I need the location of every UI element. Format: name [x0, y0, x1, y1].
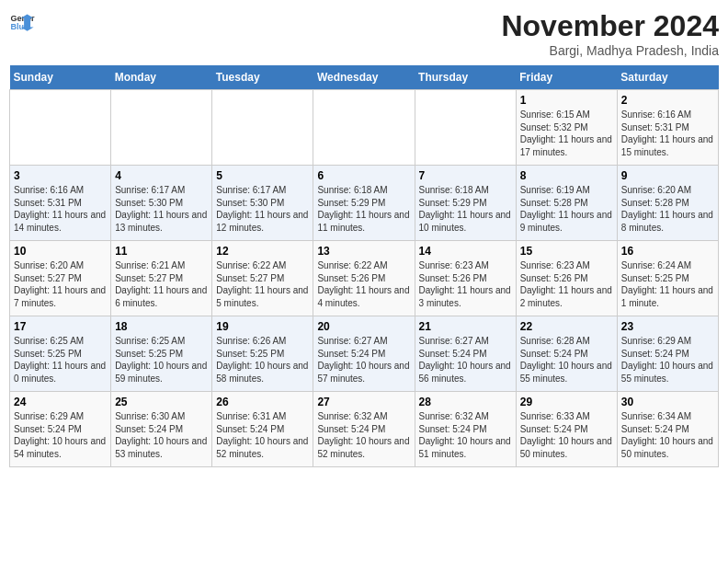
day-info: Sunrise: 6:21 AM Sunset: 5:27 PM Dayligh…	[115, 259, 208, 309]
weekday-header-monday: Monday	[111, 65, 212, 90]
day-info: Sunrise: 6:18 AM Sunset: 5:29 PM Dayligh…	[317, 184, 410, 234]
day-info: Sunrise: 6:34 AM Sunset: 5:24 PM Dayligh…	[621, 410, 714, 460]
day-info: Sunrise: 6:27 AM Sunset: 5:24 PM Dayligh…	[419, 335, 512, 385]
calendar-cell: 14Sunrise: 6:23 AM Sunset: 5:26 PM Dayli…	[415, 241, 516, 316]
calendar-cell	[212, 90, 313, 166]
day-info: Sunrise: 6:15 AM Sunset: 5:32 PM Dayligh…	[520, 109, 613, 158]
day-info: Sunrise: 6:23 AM Sunset: 5:26 PM Dayligh…	[419, 259, 512, 309]
day-number: 26	[216, 396, 309, 408]
calendar-cell: 29Sunrise: 6:33 AM Sunset: 5:24 PM Dayli…	[516, 392, 617, 467]
calendar-week-1: 1Sunrise: 6:15 AM Sunset: 5:32 PM Daylig…	[10, 90, 719, 166]
day-info: Sunrise: 6:29 AM Sunset: 5:24 PM Dayligh…	[14, 410, 107, 460]
calendar-cell: 11Sunrise: 6:21 AM Sunset: 5:27 PM Dayli…	[111, 241, 212, 316]
day-number: 22	[520, 320, 613, 333]
day-number: 14	[419, 245, 512, 258]
day-info: Sunrise: 6:32 AM Sunset: 5:24 PM Dayligh…	[317, 410, 410, 460]
weekday-header-saturday: Saturday	[617, 65, 718, 90]
weekday-header-wednesday: Wednesday	[313, 65, 415, 90]
calendar-week-5: 24Sunrise: 6:29 AM Sunset: 5:24 PM Dayli…	[10, 392, 719, 467]
day-info: Sunrise: 6:20 AM Sunset: 5:28 PM Dayligh…	[621, 184, 714, 234]
calendar-cell: 28Sunrise: 6:32 AM Sunset: 5:24 PM Dayli…	[415, 392, 516, 467]
calendar-week-3: 10Sunrise: 6:20 AM Sunset: 5:27 PM Dayli…	[10, 241, 719, 316]
calendar-cell	[10, 90, 111, 166]
day-number: 7	[419, 169, 512, 182]
day-number: 3	[14, 169, 107, 182]
day-info: Sunrise: 6:25 AM Sunset: 5:25 PM Dayligh…	[14, 335, 107, 385]
weekday-header-friday: Friday	[516, 65, 617, 90]
day-info: Sunrise: 6:29 AM Sunset: 5:24 PM Dayligh…	[621, 335, 714, 385]
month-title: November 2024	[501, 9, 719, 43]
calendar-cell: 10Sunrise: 6:20 AM Sunset: 5:27 PM Dayli…	[10, 241, 111, 316]
calendar-week-4: 17Sunrise: 6:25 AM Sunset: 5:25 PM Dayli…	[10, 316, 719, 392]
day-number: 10	[14, 245, 107, 258]
day-info: Sunrise: 6:22 AM Sunset: 5:27 PM Dayligh…	[216, 259, 309, 309]
day-info: Sunrise: 6:18 AM Sunset: 5:29 PM Dayligh…	[419, 184, 512, 234]
day-number: 27	[317, 396, 410, 408]
day-info: Sunrise: 6:23 AM Sunset: 5:26 PM Dayligh…	[520, 259, 613, 309]
calendar-cell: 24Sunrise: 6:29 AM Sunset: 5:24 PM Dayli…	[10, 392, 111, 467]
day-info: Sunrise: 6:16 AM Sunset: 5:31 PM Dayligh…	[14, 184, 107, 234]
calendar-cell: 23Sunrise: 6:29 AM Sunset: 5:24 PM Dayli…	[617, 316, 718, 392]
calendar-cell: 6Sunrise: 6:18 AM Sunset: 5:29 PM Daylig…	[313, 166, 415, 241]
day-number: 25	[115, 396, 208, 408]
day-number: 11	[115, 245, 208, 258]
day-info: Sunrise: 6:26 AM Sunset: 5:25 PM Dayligh…	[216, 335, 309, 385]
calendar-cell: 20Sunrise: 6:27 AM Sunset: 5:24 PM Dayli…	[313, 316, 415, 392]
day-number: 15	[520, 245, 613, 258]
calendar-cell: 9Sunrise: 6:20 AM Sunset: 5:28 PM Daylig…	[617, 166, 718, 241]
day-number: 12	[216, 245, 309, 258]
calendar-cell	[111, 90, 212, 166]
calendar-cell: 22Sunrise: 6:28 AM Sunset: 5:24 PM Dayli…	[516, 316, 617, 392]
calendar-cell: 27Sunrise: 6:32 AM Sunset: 5:24 PM Dayli…	[313, 392, 415, 467]
calendar-cell: 8Sunrise: 6:19 AM Sunset: 5:28 PM Daylig…	[516, 166, 617, 241]
calendar-week-2: 3Sunrise: 6:16 AM Sunset: 5:31 PM Daylig…	[10, 166, 719, 241]
day-number: 29	[520, 396, 613, 408]
calendar-cell: 30Sunrise: 6:34 AM Sunset: 5:24 PM Dayli…	[617, 392, 718, 467]
calendar-cell: 18Sunrise: 6:25 AM Sunset: 5:25 PM Dayli…	[111, 316, 212, 392]
calendar-cell: 16Sunrise: 6:24 AM Sunset: 5:25 PM Dayli…	[617, 241, 718, 316]
calendar-cell: 3Sunrise: 6:16 AM Sunset: 5:31 PM Daylig…	[10, 166, 111, 241]
day-number: 30	[621, 396, 714, 408]
calendar-cell: 7Sunrise: 6:18 AM Sunset: 5:29 PM Daylig…	[415, 166, 516, 241]
day-info: Sunrise: 6:24 AM Sunset: 5:25 PM Dayligh…	[621, 259, 714, 309]
calendar-cell	[313, 90, 415, 166]
logo: General Blue	[9, 9, 35, 35]
calendar-cell: 1Sunrise: 6:15 AM Sunset: 5:32 PM Daylig…	[516, 90, 617, 166]
day-number: 24	[14, 396, 107, 408]
day-info: Sunrise: 6:25 AM Sunset: 5:25 PM Dayligh…	[115, 335, 208, 385]
logo-icon: General Blue	[9, 9, 35, 35]
day-number: 16	[621, 245, 714, 258]
day-info: Sunrise: 6:28 AM Sunset: 5:24 PM Dayligh…	[520, 335, 613, 385]
day-info: Sunrise: 6:20 AM Sunset: 5:27 PM Dayligh…	[14, 259, 107, 309]
day-info: Sunrise: 6:17 AM Sunset: 5:30 PM Dayligh…	[115, 184, 208, 234]
calendar-cell: 15Sunrise: 6:23 AM Sunset: 5:26 PM Dayli…	[516, 241, 617, 316]
calendar-cell: 4Sunrise: 6:17 AM Sunset: 5:30 PM Daylig…	[111, 166, 212, 241]
day-number: 8	[520, 169, 613, 182]
day-number: 5	[216, 169, 309, 182]
day-number: 17	[14, 320, 107, 333]
day-info: Sunrise: 6:33 AM Sunset: 5:24 PM Dayligh…	[520, 410, 613, 460]
day-number: 13	[317, 245, 410, 258]
header: General Blue November 2024 Bargi, Madhya…	[9, 9, 719, 58]
day-info: Sunrise: 6:22 AM Sunset: 5:26 PM Dayligh…	[317, 259, 410, 309]
day-number: 1	[520, 94, 613, 107]
calendar-cell: 5Sunrise: 6:17 AM Sunset: 5:30 PM Daylig…	[212, 166, 313, 241]
day-number: 2	[621, 94, 714, 107]
calendar-cell: 13Sunrise: 6:22 AM Sunset: 5:26 PM Dayli…	[313, 241, 415, 316]
calendar-cell: 12Sunrise: 6:22 AM Sunset: 5:27 PM Dayli…	[212, 241, 313, 316]
calendar-cell: 17Sunrise: 6:25 AM Sunset: 5:25 PM Dayli…	[10, 316, 111, 392]
day-info: Sunrise: 6:30 AM Sunset: 5:24 PM Dayligh…	[115, 410, 208, 460]
calendar-cell: 2Sunrise: 6:16 AM Sunset: 5:31 PM Daylig…	[617, 90, 718, 166]
calendar-cell: 19Sunrise: 6:26 AM Sunset: 5:25 PM Dayli…	[212, 316, 313, 392]
day-info: Sunrise: 6:16 AM Sunset: 5:31 PM Dayligh…	[621, 109, 714, 158]
calendar-cell	[415, 90, 516, 166]
day-info: Sunrise: 6:27 AM Sunset: 5:24 PM Dayligh…	[317, 335, 410, 385]
location: Bargi, Madhya Pradesh, India	[501, 43, 719, 58]
day-number: 28	[419, 396, 512, 408]
day-info: Sunrise: 6:17 AM Sunset: 5:30 PM Dayligh…	[216, 184, 309, 234]
weekday-header-sunday: Sunday	[10, 65, 111, 90]
calendar-cell: 21Sunrise: 6:27 AM Sunset: 5:24 PM Dayli…	[415, 316, 516, 392]
day-number: 18	[115, 320, 208, 333]
day-info: Sunrise: 6:19 AM Sunset: 5:28 PM Dayligh…	[520, 184, 613, 234]
day-info: Sunrise: 6:31 AM Sunset: 5:24 PM Dayligh…	[216, 410, 309, 460]
